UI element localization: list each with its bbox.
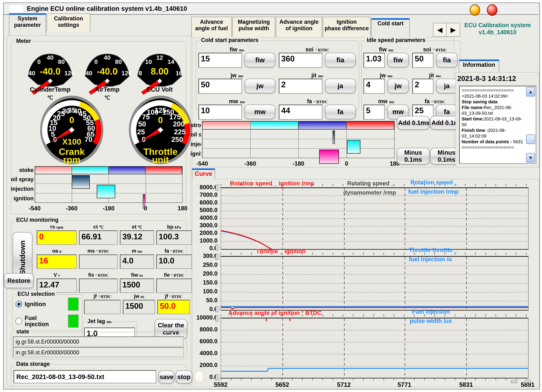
y-axis-tick: 6000.0 (200, 199, 217, 206)
legend-throttle-ignition: Throttle _ ignition (256, 248, 306, 255)
param-label: fiwms (198, 46, 275, 53)
param-label: soi° BTDC (412, 46, 458, 53)
field-value-jf (84, 300, 121, 314)
param-jit: jitms2ja (412, 72, 458, 94)
y-axis-tick: 200.0 (203, 270, 217, 277)
field-value-ms (79, 254, 118, 269)
record-filename-input[interactable]: Rec_2021-08-03_13-09-50.txt (14, 370, 156, 383)
svg-text:8.00: 8.00 (151, 66, 169, 76)
param-input-jit[interactable]: 2 (279, 79, 322, 94)
tab-system-parameter[interactable]: System parameter (9, 13, 46, 36)
save-button[interactable]: save (158, 371, 174, 383)
tab-information[interactable]: Information (459, 59, 499, 72)
tab-cold-start[interactable]: Cold start (371, 18, 410, 37)
param-input-soi[interactable]: 50 (412, 53, 434, 68)
brand-title: ECU Calibration system v1.4b_140610 (456, 21, 539, 36)
radio-ignition-icon[interactable] (16, 301, 22, 307)
param-button-mw[interactable]: mw (244, 105, 275, 119)
tab-label: Calibration (47, 15, 90, 22)
gauge-name: CylinderTemp (25, 86, 76, 93)
param-soi: soi° BTDC50fia (412, 46, 458, 68)
curve-tab-label: Curve (192, 170, 215, 177)
close-button[interactable] (487, 4, 497, 16)
field-value-jw: 1500 (123, 300, 155, 314)
x-axis-tick: 5771 (398, 381, 411, 388)
param-input-jw[interactable]: 50 (198, 79, 242, 94)
restore-button[interactable]: Restore (4, 273, 34, 288)
param-button-fiw[interactable]: fiw (244, 53, 275, 67)
field-label: jf° BTDC (84, 293, 121, 300)
svg-text:120: 120 (121, 70, 132, 76)
param-soi: soi° BTDC360fia (279, 46, 356, 68)
tab-advance-angle-of-fuel[interactable]: Advance angle of fuel (191, 17, 232, 37)
stroke-chart-middle: strokeoil sprayinjectionignition-540-360… (190, 121, 395, 169)
minimize-button[interactable] (470, 4, 480, 16)
param-button-jw[interactable]: jw (387, 79, 409, 93)
radio-row-fuel-injection[interactable]: Fuel injection (16, 315, 79, 327)
x-axis-tick: 5652 (275, 381, 289, 388)
radio-row-ignition[interactable]: Ignition (16, 301, 79, 307)
add-01ms-left-button[interactable]: Add 0.1ms (397, 116, 429, 129)
legend-rotation-fuel-1: Rotation speed _ (410, 179, 458, 186)
tab-curve[interactable]: Curve (192, 168, 215, 179)
svg-text:225: 225 (174, 128, 186, 136)
param-jw: jwms50jw (198, 72, 275, 94)
param-button-fia[interactable]: fia (436, 53, 458, 67)
field-fiw: fiwus1500 (120, 272, 154, 293)
svg-text:8: 8 (139, 70, 142, 76)
stroke-bar (319, 150, 339, 164)
svg-text:0: 0 (69, 115, 74, 125)
svg-text:0: 0 (37, 58, 41, 65)
param-button-ja[interactable]: ja (436, 79, 458, 93)
active-tab-stripe (192, 168, 215, 170)
minus-01ms-left-button[interactable]: Minus 0.1ms (397, 148, 429, 164)
param-input-mw[interactable]: 5 (363, 105, 385, 120)
param-button-fa[interactable]: fa (325, 105, 356, 119)
param-input-mw[interactable]: 10 (198, 105, 242, 120)
svg-text:80: 80 (115, 58, 122, 65)
scroll-up-icon[interactable]: ▲ (526, 87, 535, 97)
param-input-fiw[interactable]: 15 (198, 53, 242, 68)
tab-magnetizing-pulse-width[interactable]: Magnetizing pulse width (232, 17, 275, 37)
param-button-fiw[interactable]: fiw (387, 53, 409, 67)
log-line: ==================== (462, 88, 525, 93)
tab-calibration-settings[interactable]: Calibration settings (47, 13, 90, 32)
param-button-ja[interactable]: ja (325, 79, 356, 93)
stop-button[interactable]: stop (176, 371, 192, 383)
chart-rotation-speed (221, 187, 529, 250)
stroke-chart-left: stokeoil sprayinjectionignition-540-360-… (9, 166, 183, 214)
tab-label: Advance (192, 19, 231, 25)
svg-text:40: 40 (47, 54, 54, 61)
param-fiw: fiwms15fiw (198, 46, 275, 68)
scrollbar-thumb[interactable] (526, 134, 535, 144)
stroke-row-label: injection (9, 186, 34, 192)
param-button-fia[interactable]: fia (325, 53, 356, 67)
y-axis-tick: 4000.0 (200, 215, 217, 221)
svg-text:16: 16 (176, 70, 182, 76)
field-m: mms4.0 (120, 248, 154, 269)
stroke-x-tick: -360 (66, 205, 77, 212)
log-line: =2021-08-03 14:02:09= (462, 93, 525, 99)
param-button-jw[interactable]: jw (244, 79, 275, 93)
active-tab-stripe (371, 18, 410, 20)
tab-label: Advance angle (276, 19, 322, 25)
ecu-monitoring-label: ECU monitoring (15, 217, 60, 223)
param-input-fiw[interactable]: 1.03 (363, 53, 385, 68)
svg-text:120: 120 (64, 70, 75, 76)
param-input-jit[interactable]: 2 (412, 79, 434, 94)
tab-ignition-phase-difference[interactable]: Ignition phase difference (323, 17, 371, 37)
scroll-down-icon[interactable]: ▼ (526, 153, 535, 162)
svg-text:175: 175 (169, 113, 181, 121)
param-input-jw[interactable]: 4 (363, 79, 385, 94)
y-axis-tick: 250.0 (203, 262, 217, 268)
tab-advance-angle-of-ignition[interactable]: Advance angle of ignition (276, 17, 322, 37)
tab-label: Ignition (323, 19, 370, 25)
stroke-x-tick: -540 (196, 160, 208, 167)
param-input-soi[interactable]: 360 (279, 53, 322, 68)
radio-fuel-injection-icon[interactable] (16, 318, 22, 324)
param-fiw: fiwms1.03fiw (363, 46, 409, 68)
param-input-fa[interactable]: 44 (279, 105, 322, 120)
field-value-fie (156, 279, 192, 293)
tab-scroll-left-icon[interactable]: ◀ (433, 23, 447, 37)
stroke-row-label: injection (190, 141, 201, 147)
